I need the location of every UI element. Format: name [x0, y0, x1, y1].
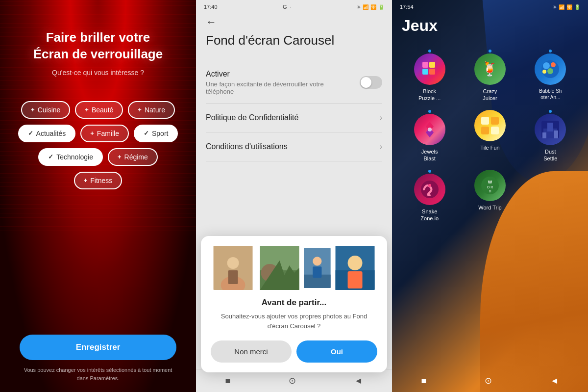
- statusbar-network: G ·: [283, 4, 292, 10]
- app-label: SnakeZone.io: [420, 208, 439, 222]
- svg-rect-35: [542, 132, 546, 138]
- tag-label: Famille: [97, 130, 119, 137]
- back-button[interactable]: ←: [206, 16, 382, 28]
- tag-label: Actualités: [36, 130, 66, 137]
- screen1: Faire briller votre Écran de verrouillag…: [0, 0, 196, 392]
- app-tile-fun[interactable]: Tile Fun: [462, 110, 517, 162]
- tag-check-icon: ✓: [48, 153, 53, 160]
- tag-label: Fitness: [90, 177, 112, 184]
- app-label: JewelsBlast: [421, 148, 438, 162]
- terms-item[interactable]: Conditions d'utilisations ›: [206, 132, 382, 161]
- privacy-policy-item[interactable]: Politique de Confidentialité ›: [206, 104, 382, 132]
- modal-title: Avant de partir...: [211, 298, 377, 308]
- tag-actualites[interactable]: ✓ Actualités: [18, 125, 76, 142]
- svg-point-23: [547, 68, 553, 74]
- app-dust-settle[interactable]: DustSettle: [523, 110, 578, 162]
- signal-icon: 📶: [559, 4, 564, 10]
- app-dot: [549, 110, 552, 113]
- activer-setting: Activer Une façon excitante de déverroui…: [206, 62, 382, 104]
- screen2: 17:40 G · ✳ 📶 🛜 🔋 ← Fond d'écran Carouse…: [196, 0, 392, 392]
- tag-regime[interactable]: + Régime: [108, 148, 158, 166]
- nav-square-icon[interactable]: ■: [225, 376, 230, 386]
- svg-rect-19: [429, 69, 435, 75]
- app-crazy-juicer[interactable]: 🍹 CrazyJuicer: [462, 50, 517, 102]
- bluetooth-icon: ✳: [357, 4, 361, 10]
- app-bubble-shooter[interactable]: Bubble Shoter An...: [523, 50, 578, 102]
- modal-no-button[interactable]: Non merci: [211, 340, 292, 363]
- activer-toggle[interactable]: [360, 76, 382, 89]
- app-label: Word Trip: [478, 204, 501, 211]
- tag-add-icon: +: [85, 106, 89, 113]
- screen1-subtitle: Qu'est-ce qui vous intéresse ?: [52, 69, 144, 77]
- app-icon: W O R D: [474, 170, 506, 201]
- app-label: Bubble Shoter An...: [539, 88, 562, 101]
- screen3-content: Jeux BlockPuzzle ... 🍹: [392, 12, 588, 369]
- app-icon: [474, 110, 506, 141]
- bluetooth-icon: ✳: [553, 4, 557, 10]
- screen1-bottom: Enregistrer Vous pouvez changer vos inté…: [0, 335, 196, 392]
- tag-add-icon: +: [84, 177, 88, 184]
- tag-technologie[interactable]: ✓ Technologie: [38, 148, 103, 166]
- app-icon: [414, 114, 445, 145]
- svg-point-21: [543, 62, 550, 69]
- app-block-puzzle[interactable]: BlockPuzzle ...: [402, 50, 457, 102]
- svg-rect-31: [491, 127, 499, 134]
- svg-text:D: D: [489, 189, 491, 193]
- tags-container: + Cuisine + Beauté + Nature ✓ Actualités: [10, 101, 186, 189]
- statusbar-screen2: 17:40 G · ✳ 📶 🛜 🔋: [196, 0, 392, 12]
- svg-rect-15: [347, 271, 362, 288]
- tag-check-icon: ✓: [144, 130, 149, 137]
- app-label: Tile Fun: [480, 144, 499, 151]
- app-icon: [414, 53, 445, 85]
- tags-row-2: ✓ Actualités + Famille ✓ Sport: [18, 125, 178, 142]
- tag-cuisine[interactable]: + Cuisine: [21, 101, 70, 119]
- app-icon: [535, 53, 566, 85]
- svg-rect-11: [313, 266, 321, 278]
- app-snake-zone[interactable]: SnakeZone.io: [402, 170, 457, 222]
- nav-home-icon[interactable]: ⊙: [485, 375, 492, 386]
- svg-rect-36: [554, 131, 558, 138]
- nav-square-icon[interactable]: ■: [421, 376, 426, 386]
- app-icon: 🍹: [474, 53, 506, 85]
- activer-label: Activer: [206, 70, 333, 78]
- statusbar-time: 17:54: [400, 4, 414, 10]
- tag-label: Sport: [152, 130, 168, 137]
- privacy-policy-label: Politique de Confidentialité: [206, 113, 298, 122]
- tag-sport[interactable]: ✓ Sport: [134, 125, 178, 142]
- app-icon: [535, 114, 566, 145]
- tag-label: Beauté: [92, 106, 113, 114]
- tag-check-icon: ✓: [28, 130, 33, 137]
- tag-label: Cuisine: [38, 106, 61, 114]
- battery-icon: 🔋: [574, 4, 580, 10]
- svg-text:W: W: [488, 180, 492, 184]
- app-dot: [428, 170, 431, 173]
- svg-point-1: [227, 257, 239, 269]
- app-word-trip[interactable]: W O R D Word Trip: [462, 170, 517, 222]
- nav-home-icon[interactable]: ⊙: [289, 375, 296, 386]
- svg-rect-16: [422, 62, 428, 68]
- svg-point-22: [551, 62, 556, 67]
- tag-label: Nature: [145, 106, 165, 114]
- screen3: 17:54 ✳ 📶 🛜 🔋 Jeux BlockPuzzle: [392, 0, 588, 392]
- modal-description: Souhaitez-vous ajouter vos propres photo…: [211, 312, 377, 331]
- tag-label: Technologie: [56, 153, 93, 161]
- app-icon: [414, 174, 445, 205]
- modal-yes-button[interactable]: Oui: [296, 340, 377, 363]
- nav-back-icon[interactable]: ◄: [550, 376, 559, 386]
- app-jewels-blast[interactable]: JewelsBlast: [402, 110, 457, 162]
- svg-point-10: [313, 257, 321, 265]
- toggle-knob: [361, 77, 371, 88]
- svg-point-14: [347, 256, 362, 270]
- screen1-footer: Vous pouvez changer vos intérêts sélecti…: [20, 366, 176, 382]
- tag-nature[interactable]: + Nature: [128, 101, 175, 119]
- tag-beaute[interactable]: + Beauté: [75, 101, 123, 119]
- tag-famille[interactable]: + Famille: [80, 125, 129, 142]
- svg-rect-30: [481, 127, 489, 134]
- app-dot: [428, 110, 431, 113]
- screen1-title: Faire briller votre Écran de verrouillag…: [33, 29, 163, 63]
- save-button[interactable]: Enregistrer: [20, 335, 176, 360]
- screen2-navbar: ■ ⊙ ◄: [196, 369, 392, 392]
- nav-back-icon[interactable]: ◄: [354, 376, 363, 386]
- signal-icon: 📶: [363, 4, 368, 10]
- tag-fitness[interactable]: + Fitness: [74, 172, 122, 189]
